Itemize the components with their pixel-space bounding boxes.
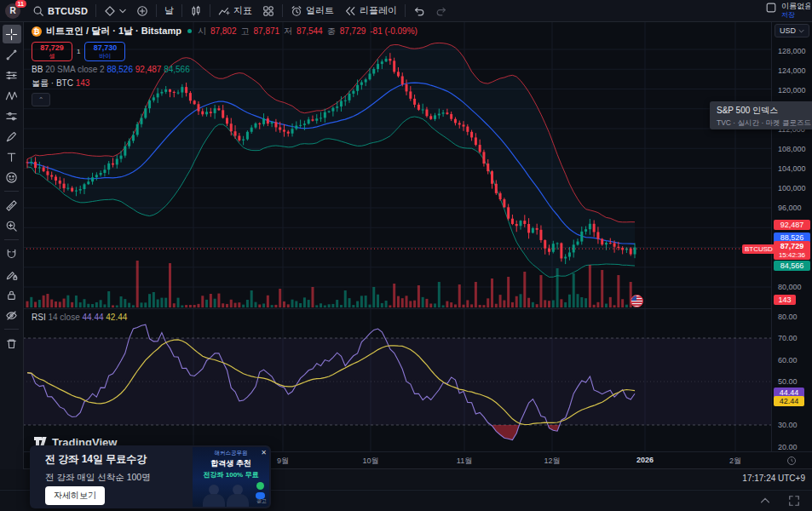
ad-banner-line1: 합격생 추천 [193,458,269,469]
ad-cta-button[interactable]: 자세히보기 [45,486,105,505]
axis-tick: 120,000 [778,86,806,95]
time-tick: 12월 [535,456,569,467]
fullscreen-icon[interactable] [788,495,800,507]
replay-button[interactable]: 리플레이 [339,0,402,21]
price-axis[interactable]: USD 128,000124,000120,000116,000112,0001… [771,21,812,451]
axis-tick: 70.00 [778,334,798,342]
time-tick: 9월 [266,456,300,467]
diamond-icon [104,5,116,17]
ad-close-icon[interactable]: ✕ [261,449,267,456]
badge-green-icon [256,482,264,490]
us-flag-event-icon[interactable] [631,295,643,307]
tool-magnet[interactable] [3,244,21,263]
separator [95,4,96,17]
tool-ruler[interactable] [3,196,21,215]
toolbar-divider [4,239,19,240]
tool-zoom-in[interactable] [3,216,21,235]
indicators-button[interactable]: 지표 [213,0,257,21]
high-label: 고 [241,26,250,37]
timeframe-label: 날 [164,4,174,17]
bb-params: 20 SMA close 2 [45,65,104,74]
tool-emoji[interactable] [3,168,21,187]
tool-hide-all[interactable] [3,306,21,324]
tool-horizontal-lines[interactable] [3,66,21,84]
redo-button[interactable] [430,0,452,21]
tool-text[interactable] [3,147,21,166]
user-avatar[interactable]: R 11 [5,3,20,19]
rsi-legend-row[interactable]: RSI 14 close 44.44 42.44 [32,313,127,322]
axis-tick: 124,000 [778,66,806,75]
timeframe-button[interactable]: 날 [159,0,179,21]
alert-button[interactable]: 얼러트 [285,0,339,21]
person-silhouette [203,485,225,507]
person-silhouette [227,485,249,507]
axis-tick: 30.00 [778,421,798,429]
legend-collapse-button[interactable]: ⌃ [32,93,50,106]
sell-button[interactable]: 87,729 셀 [32,42,72,61]
rsi-pane[interactable] [23,309,771,451]
search-icon [32,5,44,17]
chart-legend: ₿ 비트코인 / 달러 · 1날 · Bitstamp 시87,802 고87,… [32,25,418,106]
tooltip-subtitle: TVC · 실시간 · 마켓 클로즈드 [717,118,812,129]
text-icon [5,151,18,164]
time-tick: 2월 [718,456,752,467]
buy-button[interactable]: 87,730 바이 [84,42,125,61]
axis-tick: 96,000 [778,204,802,212]
tool-forecast[interactable] [3,106,21,125]
layout-name: 이름없음 [781,2,810,10]
indicator-templates-button[interactable] [257,0,279,21]
compare-button[interactable] [131,0,153,21]
xabcd-pattern-icon [5,89,18,102]
tool-draw-lock[interactable] [3,265,21,284]
chevron-up-icon[interactable] [759,495,771,507]
rsi-ma-value: 42.44 [106,313,127,322]
rsi-label: 42.44 [774,396,804,406]
time-tick: 10월 [354,456,388,467]
symbol-flag-button[interactable] [99,0,131,21]
tool-lock-all[interactable] [3,285,21,304]
top-toolbar: R 11 BTCUSD 날 지표 [0,0,812,22]
close-value: 87,729 [340,26,366,36]
bb-upper-value: 92,487 [135,65,162,74]
separator [405,4,406,17]
volume-legend-row[interactable]: 볼륨 · BTC 143 [32,78,418,89]
tool-remove-all[interactable] [3,334,21,353]
axis-tick: 60.00 [778,356,798,365]
session-clock[interactable]: 17:17:24 UTC+9 [742,474,805,483]
indicators-label: 지표 [233,4,252,17]
tool-xabcd-pattern[interactable] [3,86,21,105]
layout-icon[interactable] [765,2,777,14]
undo-button[interactable] [408,0,430,21]
undo-arrow-icon [413,5,425,17]
bb-lower-value: 84,566 [164,65,190,74]
low-label: 저 [284,26,292,37]
sell-price: 87,729 [40,44,64,52]
pane-divider[interactable] [0,308,812,309]
avatar-letter: R [9,6,15,15]
spread-value: 1 [77,48,80,55]
axis-tick: 104,000 [778,164,806,173]
alarm-clock-icon [291,5,302,17]
chevron-down-icon [119,8,126,14]
ad-brand: 해커스공무원 [193,450,269,457]
tool-crosshair[interactable] [3,25,21,43]
bb-legend-row[interactable]: BB 20 SMA close 2 88,526 92,487 84,566 [32,65,418,74]
symbol-title[interactable]: 비트코인 / 달러 · 1날 · Bitstamp [46,25,181,37]
symbol-price-tag: BTCUSD [742,244,775,254]
ad-banner[interactable]: ✕ 해커스공무원 합격생 추천 전강좌 100% 무료 광고 [193,447,269,507]
layout-name-block[interactable]: 이름없음 저장 [781,2,810,20]
currency-selector[interactable]: USD [775,24,809,37]
tool-brush[interactable] [3,127,21,146]
price-label: 87,72915:42:36 [774,241,810,260]
chart-type-button[interactable] [185,0,207,21]
axis-tick: 128,000 [778,47,806,55]
separator [282,4,283,17]
save-layout-link[interactable]: 저장 [781,10,810,20]
tooltip-title: S&P 500 인덱스 [717,105,812,117]
separator [156,4,157,17]
timezone-button[interactable] [771,452,812,468]
axis-tick: 20.00 [778,443,798,451]
symbol-search-button[interactable]: BTCUSD [27,0,93,21]
tool-trend-line[interactable] [3,45,21,64]
separator [210,4,210,17]
